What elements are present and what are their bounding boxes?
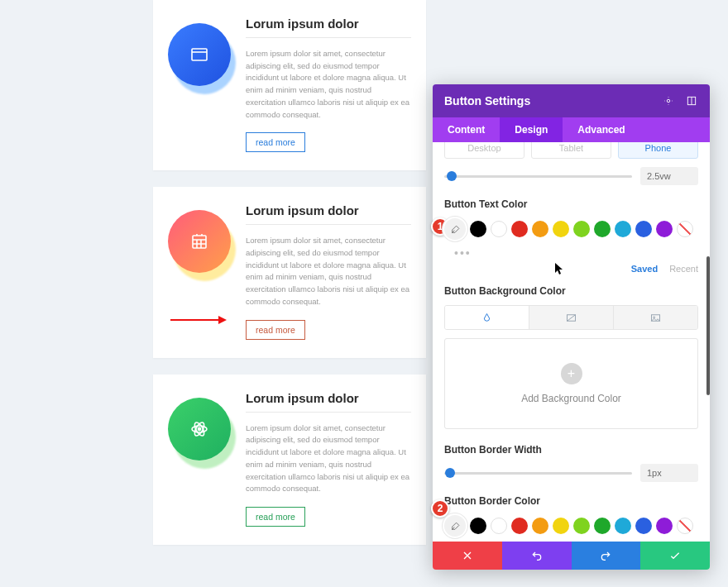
blurb-card: Lorum ipsum dolor Lorem ipsum dolor sit … bbox=[153, 187, 426, 357]
device-phone[interactable]: Phone bbox=[618, 142, 698, 159]
text-size-slider[interactable] bbox=[444, 175, 632, 178]
svg-point-2 bbox=[198, 427, 200, 430]
swatch-cyan[interactable] bbox=[615, 518, 631, 534]
read-more-button[interactable]: read more bbox=[246, 132, 305, 152]
tab-advanced[interactable]: Advanced bbox=[563, 117, 639, 142]
swatch-lime[interactable] bbox=[573, 221, 590, 237]
bg-tab-fill[interactable] bbox=[445, 306, 529, 329]
swatch-more-icon[interactable]: ••• bbox=[454, 246, 472, 260]
save-button[interactable] bbox=[640, 542, 710, 570]
browser-icon bbox=[168, 23, 231, 86]
calendar-icon bbox=[168, 210, 231, 273]
border-width-slider[interactable] bbox=[444, 472, 632, 475]
device-desktop[interactable]: Desktop bbox=[444, 142, 524, 159]
scrollbar-thumb[interactable] bbox=[706, 256, 710, 395]
swatch-blue[interactable] bbox=[635, 518, 652, 534]
plus-icon: + bbox=[561, 363, 582, 384]
swatch-none[interactable] bbox=[677, 221, 693, 237]
read-more-button[interactable]: read more bbox=[246, 507, 305, 527]
blurb-icon-wrap bbox=[168, 23, 231, 86]
panel-body: Desktop Tablet Phone Button Text Color bbox=[433, 142, 710, 542]
swatch-cyan[interactable] bbox=[615, 221, 631, 237]
panel-title: Button Settings bbox=[444, 94, 652, 107]
section-bg-color: Button Background Color bbox=[444, 285, 698, 297]
swatch-lime[interactable] bbox=[573, 518, 590, 534]
button-settings-panel: Button Settings Content Design Advanced … bbox=[433, 84, 710, 570]
section-border-color: Button Border Color bbox=[444, 495, 698, 507]
blurb-title: Lorum ipsum dolor bbox=[246, 17, 411, 31]
discard-button[interactable] bbox=[433, 542, 502, 570]
atom-icon bbox=[168, 398, 231, 461]
eyedropper-button[interactable] bbox=[444, 515, 466, 537]
svg-rect-0 bbox=[192, 49, 207, 60]
blurb-body: Lorem ipsum dolor sit amet, consectetur … bbox=[246, 422, 411, 495]
border-color-swatches bbox=[444, 515, 698, 537]
blurb-card: Lorum ipsum dolor Lorem ipsum dolor sit … bbox=[153, 0, 426, 170]
blurb-title: Lorum ipsum dolor bbox=[246, 203, 411, 217]
swatch-white[interactable] bbox=[491, 221, 507, 237]
blurb-body: Lorem ipsum dolor sit amet, consectetur … bbox=[246, 235, 411, 308]
tab-design[interactable]: Design bbox=[500, 117, 563, 142]
blurb-card: Lorum ipsum dolor Lorem ipsum dolor sit … bbox=[153, 375, 426, 545]
bg-type-tabs bbox=[444, 305, 698, 330]
border-width-row bbox=[444, 464, 698, 482]
redo-button[interactable] bbox=[572, 542, 641, 570]
bg-tab-gradient[interactable] bbox=[529, 306, 613, 329]
swatch-none[interactable] bbox=[677, 518, 693, 534]
swatch-black[interactable] bbox=[470, 518, 486, 534]
swatch-yellow[interactable] bbox=[553, 518, 569, 534]
undo-button[interactable] bbox=[502, 542, 572, 570]
blurb-body: Lorem ipsum dolor sit amet, consectetur … bbox=[246, 48, 411, 121]
swatch-red[interactable] bbox=[511, 518, 528, 534]
border-width-value[interactable] bbox=[640, 464, 698, 482]
swatch-blue[interactable] bbox=[635, 221, 652, 237]
text-size-value[interactable] bbox=[640, 167, 698, 185]
preview-column: Lorum ipsum dolor Lorem ipsum dolor sit … bbox=[153, 0, 426, 561]
device-selector: Desktop Tablet Phone bbox=[444, 142, 698, 159]
text-color-swatches bbox=[444, 218, 698, 240]
tab-content[interactable]: Content bbox=[433, 117, 500, 142]
bg-tab-image[interactable] bbox=[613, 306, 697, 329]
blurb-icon-wrap bbox=[168, 210, 231, 273]
swatch-black[interactable] bbox=[470, 221, 486, 237]
responsive-toggle-icon[interactable] bbox=[662, 94, 675, 107]
swatch-orange[interactable] bbox=[532, 221, 548, 237]
device-tablet[interactable]: Tablet bbox=[531, 142, 611, 159]
eyedropper-button[interactable] bbox=[444, 218, 466, 240]
add-background-button[interactable]: + Add Background Color bbox=[444, 338, 698, 429]
blurb-icon-wrap bbox=[168, 398, 231, 461]
blurb-title: Lorum ipsum dolor bbox=[246, 391, 411, 405]
svg-point-7 bbox=[667, 99, 670, 103]
saved-tab[interactable]: Saved bbox=[631, 264, 658, 274]
text-size-row bbox=[444, 167, 698, 185]
swatch-red[interactable] bbox=[511, 221, 528, 237]
panel-tabs: Content Design Advanced bbox=[433, 117, 710, 142]
swatch-white[interactable] bbox=[491, 518, 507, 534]
expand-panel-icon[interactable] bbox=[685, 94, 698, 107]
swatch-purple[interactable] bbox=[656, 221, 673, 237]
panel-footer bbox=[433, 542, 710, 570]
swatch-orange[interactable] bbox=[532, 518, 548, 534]
swatch-yellow[interactable] bbox=[553, 221, 569, 237]
add-background-label: Add Background Color bbox=[521, 393, 621, 404]
section-border-width: Button Border Width bbox=[444, 444, 698, 456]
swatch-purple[interactable] bbox=[656, 518, 673, 534]
panel-header[interactable]: Button Settings bbox=[433, 84, 710, 117]
section-text-color: Button Text Color bbox=[444, 198, 698, 210]
read-more-button[interactable]: read more bbox=[246, 320, 305, 340]
svg-rect-1 bbox=[193, 236, 206, 248]
swatch-green[interactable] bbox=[594, 221, 611, 237]
recent-tab[interactable]: Recent bbox=[669, 264, 698, 274]
swatch-green[interactable] bbox=[594, 518, 611, 534]
